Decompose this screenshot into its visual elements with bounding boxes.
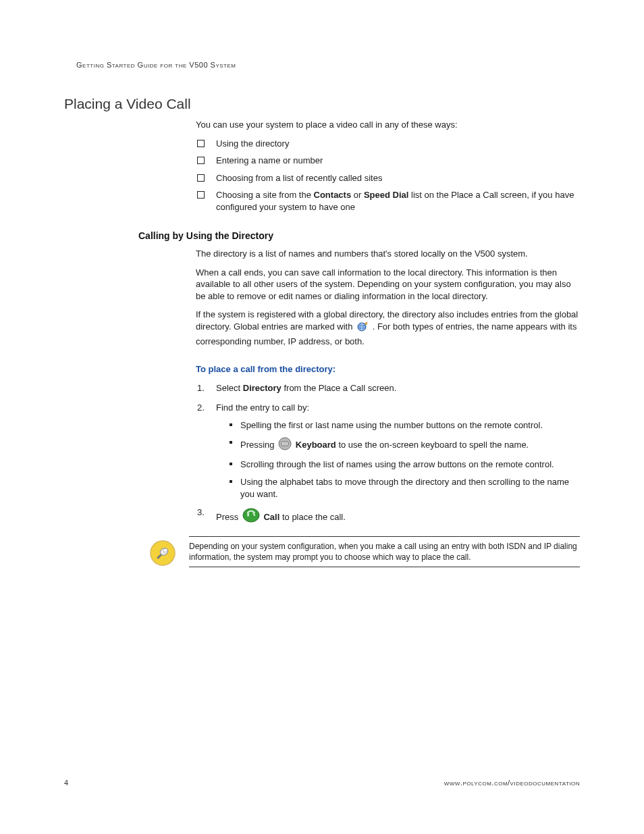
footer-url: www.polycom.com/videodocumentation xyxy=(444,779,580,787)
running-header: Getting Started Guide for the V500 Syste… xyxy=(76,61,580,69)
text: Select xyxy=(216,383,243,393)
sub-step-item: Scrolling through the list of names usin… xyxy=(230,459,580,471)
bold-text: Speed Dial xyxy=(364,190,408,200)
text: Choosing a site from the xyxy=(216,190,314,200)
svg-rect-2 xyxy=(281,442,288,446)
heading-2: Calling by Using the Directory xyxy=(64,230,580,241)
sub-step-item: Pressing Keyboard to use the on-screen k… xyxy=(230,437,580,454)
bold-text: Keyboard xyxy=(293,440,336,450)
text: to use the on-screen keyboard to spell t… xyxy=(336,440,529,450)
body-content: You can use your system to place a video… xyxy=(64,119,580,213)
document-page: Getting Started Guide for the V500 Syste… xyxy=(0,0,644,834)
ways-checklist: Using the directory Entering a name or n… xyxy=(196,138,580,213)
procedure-steps: Select Directory from the Place a Call s… xyxy=(196,382,580,527)
globe-icon xyxy=(356,321,369,336)
intro-paragraph: You can use your system to place a video… xyxy=(196,119,580,131)
checklist-item: Choosing a site from the Contacts or Spe… xyxy=(196,189,580,213)
text: to place the call. xyxy=(279,512,346,522)
step-item: Find the entry to call by: Spelling the … xyxy=(196,402,580,500)
paragraph: If the system is registered with a globa… xyxy=(196,309,580,347)
bold-text: Directory xyxy=(243,383,281,393)
checklist-item: Using the directory xyxy=(196,138,580,150)
text: Press xyxy=(216,512,241,522)
heading-1: Placing a Video Call xyxy=(64,96,580,112)
note-block: Depending on your system configuration, … xyxy=(196,536,580,569)
checklist-item: Choosing from a list of recently called … xyxy=(196,172,580,184)
text: or xyxy=(351,190,364,200)
call-button-icon xyxy=(242,506,260,527)
step-item: Select Directory from the Place a Call s… xyxy=(196,382,580,395)
paragraph: When a call ends, you can save call info… xyxy=(196,267,580,303)
text: Find the entry to call by: xyxy=(216,402,309,413)
note-pushpin-icon xyxy=(149,559,177,569)
sub-steps: Spelling the first or last name using th… xyxy=(230,419,580,500)
bold-text: Call xyxy=(261,512,279,522)
page-footer: 4 www.polycom.com/videodocumentation xyxy=(64,779,580,787)
procedure-heading: To place a call from the directory: xyxy=(196,363,580,375)
sub-step-item: Spelling the first or last name using th… xyxy=(230,419,580,432)
text: Pressing xyxy=(240,440,277,450)
section-body: The directory is a list of names and num… xyxy=(64,248,580,569)
keyboard-button-icon xyxy=(278,437,292,454)
note-icon-cell xyxy=(149,536,189,569)
note-text: Depending on your system configuration, … xyxy=(189,536,580,567)
text: from the Place a Call screen. xyxy=(281,383,397,393)
page-number: 4 xyxy=(64,779,68,787)
paragraph: The directory is a list of names and num… xyxy=(196,248,580,260)
sub-step-item: Using the alphabet tabs to move through … xyxy=(230,476,580,500)
bold-text: Contacts xyxy=(314,190,352,200)
checklist-item: Entering a name or number xyxy=(196,155,580,167)
step-item: Press Call to place the call. xyxy=(196,506,580,527)
